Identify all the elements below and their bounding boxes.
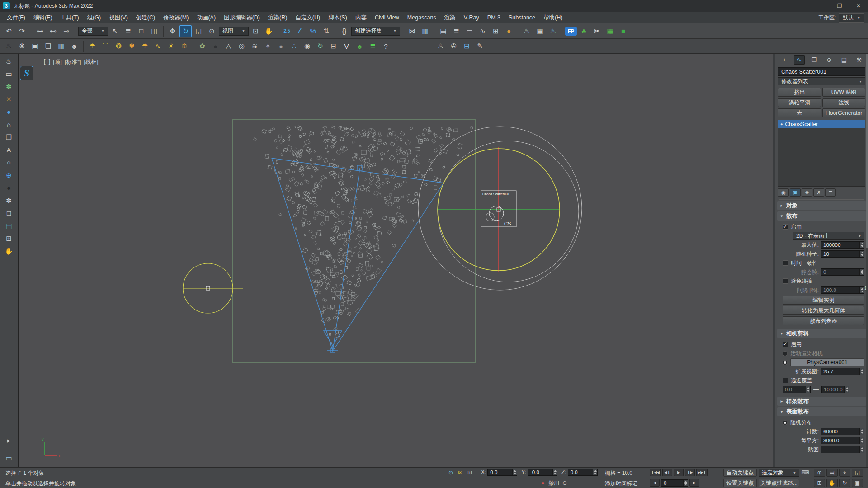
spinner-arrows-icon[interactable] xyxy=(859,251,864,257)
modifier-bulb-icon[interactable]: ● xyxy=(780,122,783,127)
degradation-label[interactable]: 禁用 xyxy=(548,479,559,487)
modifier-preset-button-2[interactable]: UVW 贴图 xyxy=(822,88,865,97)
far-clip-field[interactable]: 10000.0 xyxy=(821,386,849,393)
paint-icon[interactable]: ✎ xyxy=(474,40,486,52)
rollout-surface-scatter-header[interactable]: ▼ 表面散布 xyxy=(777,407,866,416)
near-far-override-checkbox[interactable] xyxy=(783,378,788,383)
scene-explorer-icon[interactable]: ▤ xyxy=(437,25,449,37)
pin-stack-icon[interactable]: ◉ xyxy=(778,188,789,197)
people-icon[interactable]: ☻ xyxy=(68,40,80,52)
help-icon[interactable]: ? xyxy=(380,40,392,52)
clapper-icon[interactable]: ▥ xyxy=(55,40,67,52)
pick-camera-radio[interactable] xyxy=(783,360,788,365)
transform-gizmo[interactable] xyxy=(437,147,560,272)
modifier-preset-button-4[interactable]: 法线 xyxy=(822,98,865,107)
spinner-arrows-icon[interactable] xyxy=(552,469,557,475)
torus-icon[interactable]: ○ xyxy=(3,157,15,168)
selection-lock-icon[interactable]: ⊠ xyxy=(456,469,464,477)
dark-sphere-icon[interactable]: ● xyxy=(209,40,222,52)
ground-plane-wire[interactable] xyxy=(233,119,475,363)
menu-item-11[interactable]: 自定义(U) xyxy=(291,12,324,23)
bind-to-space-warp-icon[interactable]: ⊸ xyxy=(60,25,72,37)
tape-icon[interactable]: ✇ xyxy=(448,40,460,52)
menu-item-14[interactable]: Civil View xyxy=(371,12,403,23)
per-square-field[interactable]: 3000.0 xyxy=(821,437,864,444)
menu-item-5[interactable]: 视图(V) xyxy=(105,12,132,23)
zoom-region-icon[interactable]: ◱ xyxy=(852,469,863,477)
spinner-arrows-icon[interactable] xyxy=(859,287,864,293)
datasheet-icon[interactable]: ▦ xyxy=(604,25,616,37)
roller-icon[interactable]: ▭ xyxy=(3,68,15,80)
menu-item-19[interactable]: Substance xyxy=(505,12,539,23)
rollout-scatter-header[interactable]: ▼ 散布 xyxy=(777,211,866,221)
menu-item-12[interactable]: 脚本(S) xyxy=(324,12,351,23)
zoom-icon[interactable]: ⊕ xyxy=(814,469,825,477)
render-production-icon[interactable]: ♨ xyxy=(547,25,559,37)
edit-named-sets-icon[interactable]: {} xyxy=(338,25,350,37)
white-square-icon[interactable]: □ xyxy=(3,207,15,219)
forest-pack-button[interactable]: FP xyxy=(565,27,577,36)
scatter-mode-dropdown[interactable]: 2D - 在表面上 ▼ xyxy=(793,232,864,240)
page-icon[interactable]: ❏ xyxy=(42,40,54,52)
lamp-icon[interactable]: ✽ xyxy=(3,195,15,206)
zoom-extents-icon[interactable]: ⌖ xyxy=(839,469,850,477)
modifier-preset-button-3[interactable]: 涡轮平滑 xyxy=(778,98,821,107)
blue-panel-icon[interactable]: ▤ xyxy=(3,220,15,231)
previous-key-icon[interactable]: ◀ xyxy=(650,479,660,487)
frame-icon[interactable]: ▣ xyxy=(29,40,41,52)
rollout-camera-clipping-header[interactable]: ▼ 相机剪辑 xyxy=(777,329,866,338)
set-key-button[interactable]: 设置关键点 xyxy=(723,479,757,487)
minimize-button[interactable]: – xyxy=(811,0,830,12)
z-coordinate-field[interactable]: 0.0 xyxy=(568,469,598,476)
spinner-arrows-icon[interactable] xyxy=(859,368,864,375)
umbrella-closed-icon[interactable]: ☂ xyxy=(86,40,99,52)
menu-item-10[interactable]: 渲染(R) xyxy=(264,12,291,23)
play-icon[interactable]: ▶ xyxy=(674,469,684,476)
dome-icon[interactable]: ⌒ xyxy=(99,40,112,52)
select-and-link-icon[interactable]: ⊶ xyxy=(34,25,46,37)
maximize-button[interactable]: ❐ xyxy=(830,0,849,12)
percent-snap-icon[interactable]: % xyxy=(307,25,319,37)
y-coordinate-field[interactable]: -0.0 xyxy=(528,469,557,476)
grid-icon[interactable]: ⊞ xyxy=(3,233,15,244)
target-toggle-icon[interactable]: ⊙ xyxy=(561,479,569,487)
remove-modifier-icon[interactable]: ✗ xyxy=(813,188,824,197)
spinner-arrows-icon[interactable] xyxy=(859,269,864,275)
select-object-icon[interactable]: ↖ xyxy=(109,25,121,37)
modifier-list-dropdown[interactable]: 修改器列表 ▼ xyxy=(778,77,865,85)
unlink-selection-icon[interactable]: ⊷ xyxy=(47,25,59,37)
tree-icon[interactable]: ♣ xyxy=(354,40,366,52)
rollout-spline-scatter-header[interactable]: ► 样条散布 xyxy=(777,397,866,406)
record-dot-icon[interactable]: ● xyxy=(539,479,547,487)
sun-icon[interactable]: ☀ xyxy=(165,40,177,52)
modifier-preset-button-6[interactable]: FloorGenerator xyxy=(822,108,865,117)
schematic-view-icon[interactable]: ⊞ xyxy=(490,25,502,37)
keyboard-override-icon[interactable]: ⌨ xyxy=(801,469,809,477)
menu-item-15[interactable]: Megascans xyxy=(403,12,440,23)
convert-to-max-geometry-button[interactable]: 转化为最大几何体 xyxy=(783,306,864,315)
gray-sphere-icon[interactable]: ● xyxy=(275,40,287,52)
active-camera-radio[interactable] xyxy=(783,351,788,356)
snap-toggle-25-icon[interactable]: 2.5 xyxy=(281,25,293,37)
random-seed-field[interactable]: 10 xyxy=(821,250,864,258)
selection-filter-dropdown[interactable]: 全部▼ xyxy=(78,27,108,36)
random-distribution-radio[interactable] xyxy=(783,420,788,425)
umbrella-open-icon[interactable]: ☂ xyxy=(139,40,151,52)
x-coordinate-field[interactable]: 0.0 xyxy=(487,469,517,476)
use-pivot-center-icon[interactable]: ⊡ xyxy=(250,25,262,37)
max-count-field[interactable]: 100000 xyxy=(821,241,864,249)
swirl-icon[interactable]: ↻ xyxy=(314,40,326,52)
undo-icon[interactable]: ↶ xyxy=(3,25,15,37)
align-icon[interactable]: ▥ xyxy=(419,25,431,37)
show-end-result-icon[interactable]: ▣ xyxy=(790,188,801,197)
go-to-start-icon[interactable]: ❙◀◀ xyxy=(650,469,661,476)
viewport-canvas[interactable]: Chaos Scatter001 CS y x xyxy=(19,54,773,467)
static-frame-field[interactable]: 0 xyxy=(821,268,864,276)
monitor-icon[interactable]: ⊟ xyxy=(327,40,340,52)
viewport-menu-shading[interactable]: [线框] xyxy=(84,58,99,66)
current-frame-field[interactable]: 0 xyxy=(661,479,688,487)
layer-explorer-icon[interactable]: ≣ xyxy=(450,25,462,37)
spinner-arrows-icon[interactable] xyxy=(806,386,810,393)
edit-instances-button[interactable]: 编辑实例 xyxy=(783,296,864,305)
menu-item-6[interactable]: 创建(C) xyxy=(132,12,159,23)
